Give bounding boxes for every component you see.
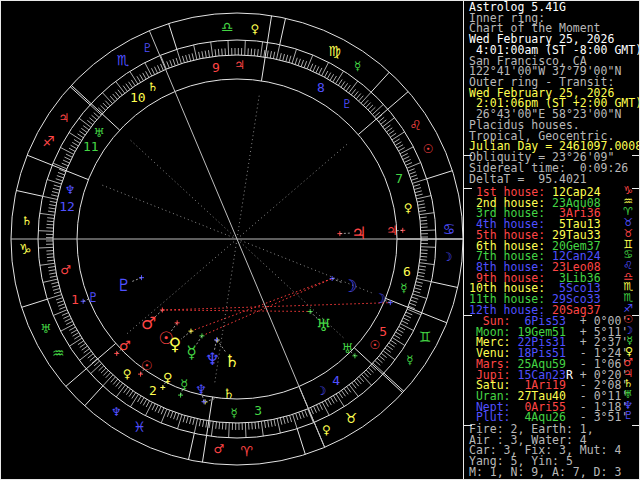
house-ruler-glyph-1: ♂ <box>60 263 71 277</box>
sign-glyph-capricorn: ♑ <box>19 241 32 257</box>
sign-ruler-glyph-cancer: ☽ <box>442 250 453 264</box>
planet-icon: ♇ <box>623 411 633 422</box>
sign-ruler-glyph-scorpio: ♇ <box>142 41 153 55</box>
natal-planet-glyph-mercury: ☿ <box>186 342 196 362</box>
sign-ruler-glyph-virgo: ☿ <box>354 59 361 73</box>
section-divider-tick <box>463 188 472 189</box>
sign-boundary-spoke <box>371 72 389 92</box>
sign-ruler-glyph-aries: ♂ <box>214 442 225 456</box>
natal-planet-glyph-moon: ☽ <box>342 276 357 296</box>
sign-boundary-spoke <box>431 282 457 288</box>
section-divider-tick <box>463 425 472 426</box>
transit-planet-glyph-uranus: ♅ <box>341 341 353 356</box>
sign-boundary-spoke <box>169 24 177 50</box>
sign-ruler-glyph-taurus: ♀ <box>322 423 331 437</box>
sign-glyph-libra: ♎ <box>221 19 234 35</box>
header-line-16: DeltaT = 95.4021 <box>469 174 639 185</box>
house-number-3: 3 <box>254 403 262 418</box>
house-number-5: 5 <box>379 324 387 339</box>
house-cusp-list: 1st house: 12Cap24♑ 2nd house: 23Aqu08♒ … <box>469 187 639 316</box>
house-number-9: 9 <box>212 60 220 75</box>
sign-boundary-spoke <box>16 190 42 196</box>
natal-planet-glyph-pluto: ♇ <box>116 275 131 295</box>
house-cusp-spoke-3 <box>202 397 212 462</box>
transit-planet-glyph-pluto: ♇ <box>87 290 99 305</box>
house-ruler-glyph-9: ♃ <box>234 58 245 72</box>
house-number-10: 10 <box>130 90 146 105</box>
sign-boundary-spoke <box>188 433 194 459</box>
sign-boundary-spoke <box>297 429 305 455</box>
house-number-2: 2 <box>149 383 157 398</box>
sign-glyph-aquarius: ♒ <box>52 345 65 361</box>
sign-boundary-spoke <box>427 171 453 179</box>
house-cusp-dotted-9 <box>238 93 260 235</box>
house-ruler-glyph-11: ♅ <box>94 126 105 140</box>
house-ruler-glyph-7: ♀ <box>404 201 413 215</box>
sign-ruler-glyph-aquarius: ♅ <box>41 322 52 336</box>
house-cusp-dotted-11 <box>128 138 234 236</box>
sign-ruler-glyph-gemini: ☿ <box>406 353 413 367</box>
house-number-12: 12 <box>59 199 75 214</box>
house-ruler-glyph-12: ♆ <box>65 183 76 197</box>
astrolog-window: ♈♂♉♀♊☿♋☽♌☉♍☿♎♀♏♇♐♃♑♄♒♅♓♆1♂2♀3☿4☽5☉6☿7♀8♇… <box>0 0 640 480</box>
house-ruler-glyph-3: ☿ <box>231 406 238 420</box>
house-number-8: 8 <box>317 80 325 95</box>
sign-glyph-aries: ♈ <box>240 443 253 459</box>
natal-planet-glyph-neptune: ♆ <box>205 349 220 369</box>
section-divider-tick <box>632 188 640 189</box>
sign-boundary-spoke <box>70 87 90 105</box>
aspect-line-mars-moon <box>162 303 390 310</box>
house-cusp-spoke-11 <box>71 85 119 130</box>
natal-planet-glyph-saturn: ♄ <box>224 351 239 371</box>
sign-glyph-virgo: ♍ <box>328 43 341 59</box>
sign-glyph-pisces: ♓ <box>133 419 146 435</box>
house-cusp-dotted-12 <box>100 184 234 237</box>
sign-ruler-glyph-libra: ♀ <box>251 22 260 36</box>
house-number-4: 4 <box>332 373 340 388</box>
natal-planet-glyph-uranus: ♅ <box>316 315 331 335</box>
transit-planet-glyph-sun: ☉ <box>141 358 153 373</box>
transit-planet-glyph-venus: ♀ <box>163 370 173 385</box>
aspect-line-mercury-moon <box>202 278 332 335</box>
pointer-line <box>181 331 191 339</box>
house-ruler-glyph-4: ☽ <box>316 384 327 398</box>
house-ruler-glyph-8: ♇ <box>341 97 352 111</box>
transit-planet-glyph-mars: ♂ <box>119 338 131 353</box>
house-number-7: 7 <box>395 171 403 186</box>
section-divider-tick <box>632 155 640 156</box>
sign-ruler-glyph-pisces: ♆ <box>111 405 122 419</box>
transit-planet-glyph-saturn: ♄ <box>223 386 235 401</box>
transit-planet-glyph-moon: ☽ <box>374 291 386 306</box>
sign-glyph-gemini: ♊ <box>419 329 432 345</box>
sign-boundary-spoke <box>384 373 404 391</box>
sign-glyph-sagittarius: ♐ <box>43 133 56 149</box>
transit-planet-glyph-neptune: ♆ <box>195 382 207 397</box>
house-ruler-glyph-10: ♄ <box>148 80 159 94</box>
info-sidebar: Astrolog 5.41GInner ring:Chart of the Mo… <box>464 1 640 480</box>
natal-planet-glyph-venus: ♀ <box>169 334 181 354</box>
house-cusp-spoke-9 <box>261 16 271 81</box>
sign-boundary-spoke <box>280 18 286 44</box>
house-cusp-spoke-5 <box>354 348 402 393</box>
transit-planet-glyph-mercury: ☿ <box>180 377 188 392</box>
pointer-line <box>340 233 352 234</box>
element-summary: Fire: 2, Earth: 1,Air : 3, Water: 4Car: … <box>469 424 639 478</box>
section-divider-tick <box>463 315 472 316</box>
transit-planet-glyph-jupiter: ♃ <box>386 223 398 238</box>
pointer-line <box>131 278 142 282</box>
sign-glyph-cancer: ♋ <box>443 221 456 237</box>
sign-glyph-taurus: ♉ <box>345 410 358 426</box>
sign-glyph-leo: ♌ <box>409 117 422 133</box>
natal-planet-glyph-mars: ♂ <box>141 313 156 333</box>
sign-boundary-spoke <box>85 386 103 406</box>
section-divider-tick <box>632 315 640 316</box>
natal-planet-glyph-jupiter: ♃ <box>351 223 366 243</box>
aspect-line-mars-uranus <box>162 310 310 311</box>
sign-ruler-glyph-sagittarius: ♃ <box>59 111 70 125</box>
section-divider-tick <box>632 425 640 426</box>
planet-position-list: Sun: 6Pis53 + 0°00'☉ Moon: 19Gem51 + 5°1… <box>469 316 639 423</box>
sign-boundary-spoke <box>22 299 48 307</box>
chart-info-header: Astrolog 5.41GInner ring:Chart of the Mo… <box>469 2 639 184</box>
house-number-11: 11 <box>83 139 99 154</box>
house-number-1: 1 <box>71 292 79 307</box>
